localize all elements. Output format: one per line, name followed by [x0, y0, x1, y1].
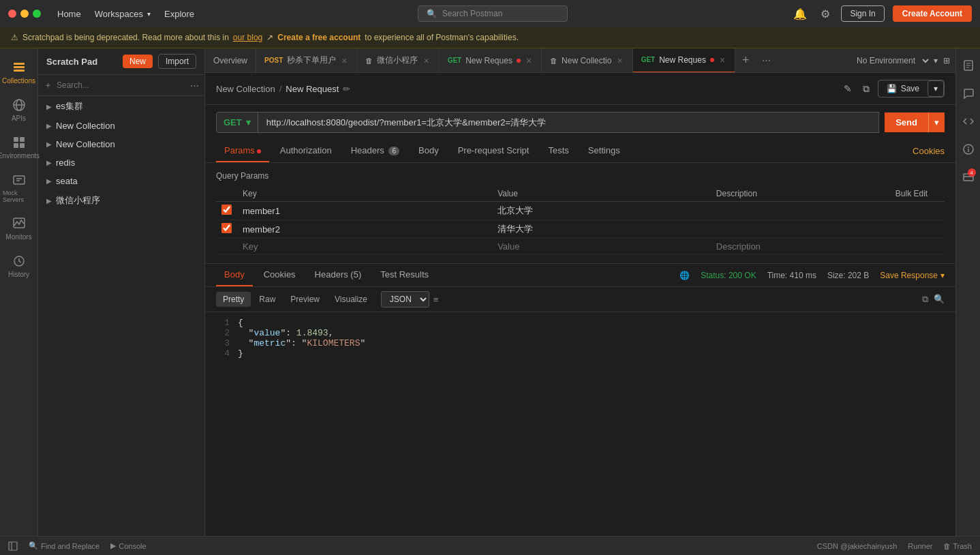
right-icon-info[interactable]	[960, 138, 977, 163]
code-tab-visualize[interactable]: Visualize	[328, 292, 374, 307]
send-dropdown-button[interactable]: ▾	[928, 112, 945, 132]
create-account-button[interactable]: Create Account	[893, 5, 972, 22]
sidebar-item-history[interactable]: History	[0, 247, 37, 285]
environment-dropdown[interactable]: No Environment	[850, 53, 931, 68]
find-replace-button[interactable]: 🔍 Find and Replace	[29, 541, 99, 550]
req-tab-params[interactable]: Params	[216, 140, 269, 162]
tab-overview[interactable]: Overview	[205, 48, 256, 73]
tab-get-request-active[interactable]: GET New Reques ×	[633, 48, 735, 73]
code-tab-pretty[interactable]: Pretty	[216, 292, 251, 307]
import-button[interactable]: Import	[158, 54, 196, 69]
list-item[interactable]: ▶ es集群	[38, 96, 204, 117]
tab-close-icon[interactable]: ×	[615, 55, 624, 66]
trash-button[interactable]: 🗑 Trash	[943, 542, 972, 550]
list-item[interactable]: ▶ redis	[38, 153, 204, 172]
param-checkbox-2[interactable]	[221, 223, 232, 233]
edit-pencil-icon[interactable]: ✎	[841, 80, 855, 97]
param-desc-empty[interactable]	[716, 241, 864, 252]
method-selector[interactable]: GET ▾	[216, 112, 258, 133]
cookies-badge: 4	[968, 168, 976, 177]
settings-icon[interactable]: ⚙	[818, 5, 833, 23]
param-desc-2[interactable]	[716, 224, 864, 235]
nav-workspaces[interactable]: Workspaces ▾	[95, 9, 151, 19]
breadcrumb-parent[interactable]: New Collection	[216, 84, 275, 94]
cookies-link[interactable]: Cookies	[913, 146, 945, 156]
save-response-button[interactable]: Save Response ▾	[880, 271, 945, 280]
code-tab-preview[interactable]: Preview	[284, 292, 326, 307]
blog-link[interactable]: our blog	[233, 33, 262, 42]
list-item[interactable]: ▶ 微信小程序	[38, 190, 204, 211]
res-tab-test-results[interactable]: Test Results	[372, 264, 437, 286]
add-tab-button[interactable]: +	[735, 53, 756, 68]
list-item[interactable]: ▶ New Collection	[38, 117, 204, 135]
tab-close-icon[interactable]: ×	[422, 55, 430, 66]
right-icon-docs[interactable]	[960, 54, 977, 79]
right-icon-code[interactable]	[960, 110, 977, 135]
copy-icon[interactable]: ⧉	[922, 294, 928, 305]
sidebar-toggle-button[interactable]	[8, 541, 18, 551]
search-code-icon[interactable]: 🔍	[934, 294, 945, 305]
create-free-account-link[interactable]: Create a free account	[277, 33, 361, 42]
sign-in-button[interactable]: Sign In	[841, 5, 884, 22]
param-value-2[interactable]	[497, 224, 705, 235]
edit-icon[interactable]: ✏	[343, 84, 350, 94]
more-options-icon[interactable]: ⋯	[190, 80, 199, 91]
console-button[interactable]: ▶ Console	[110, 541, 146, 550]
param-desc-1[interactable]	[716, 206, 864, 216]
json-format-selector[interactable]: JSON	[381, 291, 429, 308]
code-tab-raw[interactable]: Raw	[252, 292, 282, 307]
nav-explore[interactable]: Explore	[164, 9, 194, 19]
send-button[interactable]: Send	[885, 112, 928, 132]
res-tab-body[interactable]: Body	[216, 264, 253, 286]
env-settings-icon[interactable]: ⊞	[943, 56, 950, 65]
res-tab-cookies[interactable]: Cookies	[256, 264, 304, 286]
right-icon-cookies[interactable]: 4	[960, 166, 977, 191]
right-icon-comments[interactable]	[960, 82, 977, 107]
sidebar-item-apis[interactable]: APIs	[0, 91, 37, 129]
res-tab-headers[interactable]: Headers (5)	[307, 264, 370, 286]
req-tab-tests[interactable]: Tests	[540, 140, 577, 162]
list-item[interactable]: ▶ New Collection	[38, 135, 204, 153]
tab-close-icon[interactable]: ×	[340, 55, 348, 66]
tab-new-collection[interactable]: 🗑 New Collectio ×	[542, 48, 633, 73]
add-collection-icon[interactable]: ＋	[44, 79, 52, 91]
param-key-2[interactable]	[243, 224, 487, 235]
new-button[interactable]: New	[123, 55, 153, 68]
req-tab-headers[interactable]: Headers 6	[343, 140, 408, 162]
param-value-empty[interactable]	[497, 241, 705, 252]
req-tab-settings[interactable]: Settings	[580, 140, 628, 162]
list-item[interactable]: ▶ seata	[38, 172, 204, 190]
req-tab-body[interactable]: Body	[410, 140, 447, 162]
sidebar-item-mock-servers[interactable]: Mock Servers	[0, 166, 37, 210]
sidebar-item-collections[interactable]: Collections	[0, 54, 37, 91]
search-collections-input[interactable]	[57, 80, 186, 90]
tab-wechat[interactable]: 🗑 微信小程序 ×	[357, 48, 439, 73]
wrap-lines-icon[interactable]: ≡	[433, 295, 439, 305]
param-checkbox-1[interactable]	[221, 205, 232, 215]
close-button[interactable]	[8, 10, 16, 18]
minimize-button[interactable]	[20, 10, 29, 18]
runner-button[interactable]: Runner	[908, 542, 932, 550]
param-key-empty[interactable]	[243, 241, 487, 252]
param-value-1[interactable]	[497, 206, 705, 216]
tab-get-request1[interactable]: GET New Reques ×	[440, 48, 542, 73]
sidebar-monitors-label: Monitors	[5, 233, 31, 241]
param-key-1[interactable]	[243, 206, 487, 216]
maximize-button[interactable]	[33, 10, 41, 18]
tab-close-icon[interactable]: ×	[525, 55, 533, 66]
req-tab-authorization[interactable]: Authorization	[272, 140, 340, 162]
tab-close-icon[interactable]: ×	[718, 55, 726, 65]
save-button[interactable]: 💾 Save	[878, 81, 928, 96]
tab-post-miaosha[interactable]: POST 秒杀下单用户 ×	[256, 48, 357, 73]
save-dropdown-button[interactable]: ▾	[928, 80, 944, 97]
duplicate-icon[interactable]: ⧉	[860, 80, 872, 97]
bulk-edit-button[interactable]: Bulk Edit	[895, 189, 928, 198]
notifications-icon[interactable]: 🔔	[791, 5, 810, 23]
nav-home[interactable]: Home	[57, 9, 81, 19]
tabs-more-button[interactable]: ⋯	[756, 55, 776, 65]
sidebar-item-environments[interactable]: Environments	[0, 129, 37, 166]
url-input[interactable]	[258, 112, 879, 133]
sidebar-item-monitors[interactable]: Monitors	[0, 210, 37, 247]
search-input[interactable]: 🔍 Search Postman	[418, 5, 568, 22]
req-tab-pre-request[interactable]: Pre-request Script	[450, 140, 538, 162]
